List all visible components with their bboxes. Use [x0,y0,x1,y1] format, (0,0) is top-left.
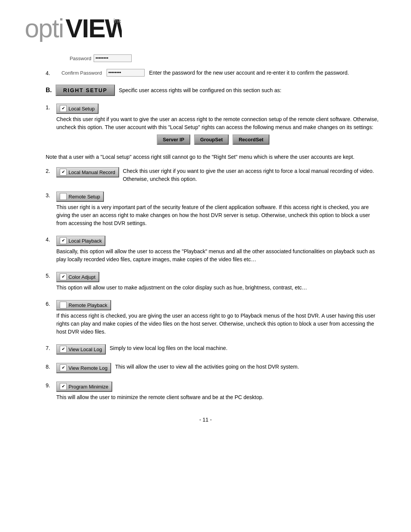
svg-text:inc: inc [113,18,121,24]
local-setup-label: Local Setup [68,106,95,112]
item-4-num: 4. [46,236,53,243]
password-input[interactable] [94,54,132,62]
item-7: 7. View Local Log Simply to view local l… [46,344,381,355]
item-7-num: 7. [46,344,53,351]
content-section: 1. Local Setup Check this user right if … [23,104,388,401]
item-2-header: 2. Local Manual Record Check this user r… [46,167,381,183]
logo-container: opti VIEW inc [23,11,388,43]
item-1-text: Check this user right if you want to giv… [56,115,381,131]
password-label: Password [46,56,91,61]
local-playback-button[interactable]: Local Playback [56,236,105,246]
logo: opti VIEW inc [23,11,122,43]
note-text: Note that a user with a "Local setup" ac… [46,153,381,161]
remote-setup-button[interactable]: Remote Setup [56,192,104,202]
local-manual-record-button[interactable]: Local Manual Record [56,167,119,177]
local-playback-label: Local Playback [68,238,102,244]
form-section: Password [23,54,388,62]
item-4-text: Basically, this option will allow the us… [56,248,381,264]
item-3-text: This user right is a very important part… [56,203,381,227]
item-8-num: 8. [46,363,53,370]
item-2: 2. Local Manual Record Check this user r… [46,167,381,183]
confirm-description: Enter the password for the new user acco… [149,69,388,77]
logo-svg: opti VIEW inc [23,11,122,42]
view-remote-log-label: View Remote Log [68,365,107,371]
item-6-header: 6. Remote Playback [46,300,381,310]
item-7-header: 7. View Local Log Simply to view local l… [46,344,381,355]
item-5-num: 5. [46,272,53,279]
view-local-log-label: View Local Log [68,347,102,352]
groupset-btn[interactable]: GroupSet [194,134,229,145]
remote-playback-label: Remote Playback [68,302,107,308]
item-3-num: 3. [46,192,53,198]
page-number: - 11 - [199,417,212,423]
password-row: Password [46,54,388,62]
item-7-inline-text: Simply to view local log files on the lo… [110,344,381,352]
confirm-input[interactable] [107,69,145,77]
item-5: 5. Color Adjupt This option will allow u… [46,272,381,292]
item-3: 3. Remote Setup This user right is a ver… [46,192,381,227]
item-8-header: 8. View Remote Log This will allow the u… [46,363,381,373]
item-4: 4. Local Playback Basically, this option… [46,236,381,264]
right-setup-button[interactable]: RIGHT SETUP [56,85,115,96]
sub-buttons: Server IP GroupSet RecordSet [46,134,381,145]
confirm-password-row: 4. Confirm Password Enter the password f… [46,69,388,77]
item-9-header: 9. Program Minimize [46,382,381,392]
item-6-num: 6. [46,300,53,307]
program-minimize-button[interactable]: Program Minimize [56,382,112,392]
view-remote-log-button[interactable]: View Remote Log [56,363,111,373]
remote-setup-label: Remote Setup [68,194,100,200]
confirm-label-input: Confirm Password [53,69,145,77]
section-b: B. RIGHT SETUP Specific user access righ… [23,85,388,96]
item-8: 8. View Remote Log This will allow the u… [46,363,381,373]
item-6: 6. Remote Playback If this access right … [46,300,381,336]
item-1: 1. Local Setup Check this user right if … [46,104,381,145]
remote-playback-button[interactable]: Remote Playback [56,300,111,310]
svg-text:opti: opti [25,14,64,42]
local-manual-record-label: Local Manual Record [68,169,115,175]
local-setup-button[interactable]: Local Setup [56,104,99,114]
color-adjupt-label: Color Adjupt [68,274,96,280]
confirm-num: 4. [46,69,50,76]
item-3-header: 3. Remote Setup [46,192,381,202]
item-5-text: This option will allow user to make adju… [56,284,381,292]
confirm-label: Confirm Password [53,70,102,76]
section-b-header: B. RIGHT SETUP Specific user access righ… [46,85,388,96]
recordset-btn[interactable]: RecordSet [233,134,269,145]
color-adjupt-button[interactable]: Color Adjupt [56,272,99,282]
item-5-header: 5. Color Adjupt [46,272,381,282]
program-minimize-label: Program Minimize [68,384,108,390]
item-2-num: 2. [46,167,53,174]
item-9: 9. Program Minimize This will allow the … [46,382,381,401]
item-2-inline-text: Check this user right if you want to giv… [123,167,381,183]
item-8-inline-text: This will allow the user to view all the… [115,363,381,371]
page-footer: - 11 - [23,417,388,423]
item-6-text: If this access right is checked, you are… [56,312,381,336]
item-1-num: 1. [46,104,53,110]
item-4-header: 4. Local Playback [46,236,381,246]
item-1-header: 1. Local Setup [46,104,381,114]
section-b-text: Specific user access rights will be conf… [119,87,281,93]
view-local-log-button[interactable]: View Local Log [56,344,106,355]
server-ip-btn[interactable]: Server IP [157,134,190,145]
confirm-password-section: 4. Confirm Password Enter the password f… [23,69,388,77]
item-9-text: This will allow the user to minimize the… [56,393,381,401]
item-9-num: 9. [46,382,53,388]
section-b-label: B. [46,87,52,94]
